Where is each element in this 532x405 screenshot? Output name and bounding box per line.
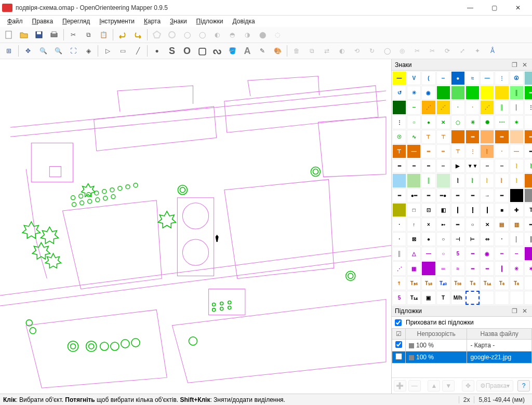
fill-swap-button[interactable]: ◐	[335, 44, 349, 58]
menu-Довідка[interactable]: Довідка	[229, 17, 259, 26]
symbol-swatch[interactable]: ⫯	[392, 276, 406, 290]
symbol-swatch[interactable]: ⋰	[480, 100, 494, 114]
symbol-swatch[interactable]: ┉	[495, 247, 509, 261]
symbol-swatch[interactable]: ○	[436, 247, 450, 261]
paste-button[interactable]: 📋	[97, 28, 110, 42]
symbol-swatch[interactable]	[495, 86, 509, 100]
symbol-swatch[interactable]: ┉	[407, 159, 421, 173]
symbol-swatch[interactable]: ━●	[436, 188, 450, 203]
symbol-swatch[interactable]: ✺	[480, 115, 494, 129]
symbol-swatch[interactable]: ·	[495, 232, 509, 246]
symbol-swatch[interactable]: ⋮	[495, 71, 509, 85]
symbol-swatch[interactable]: ○	[466, 218, 480, 232]
symbol-swatch[interactable]: ━	[421, 188, 435, 203]
symbol-swatch[interactable]	[524, 173, 532, 187]
intersect-button[interactable]: ⬤	[256, 28, 269, 42]
symbol-swatch[interactable]: ━	[524, 144, 532, 158]
draw-freehand-tool[interactable]: ᔓ	[210, 44, 224, 58]
symbol-swatch[interactable]: ━	[524, 218, 532, 232]
symbol-swatch[interactable]: ✳	[510, 261, 524, 275]
symbol-swatch[interactable]: ▥	[510, 218, 524, 232]
symbol-swatch[interactable]: ↺	[392, 86, 406, 100]
grid-button[interactable]: ⊞	[2, 44, 16, 58]
symbol-swatch[interactable]: ═	[436, 261, 450, 275]
cut-hole-button[interactable]: ◎	[395, 44, 409, 58]
symbol-swatch[interactable]: ┄	[495, 159, 509, 173]
symbol-swatch[interactable]: ⇔	[480, 232, 494, 246]
symbol-swatch[interactable]: ⋰	[421, 100, 435, 114]
templates-close-button[interactable]: ✕	[521, 307, 529, 315]
symbol-swatch[interactable]: ┄	[436, 159, 450, 173]
copy-button[interactable]: ⧉	[82, 28, 95, 42]
symbol-swatch[interactable]: ⦚	[451, 173, 465, 187]
symbol-swatch[interactable]: —	[407, 144, 421, 158]
symbol-swatch[interactable]: ✳	[466, 115, 480, 129]
zoom-out-button[interactable]: 🔍	[51, 44, 65, 58]
boolean-button[interactable]: ◓	[225, 28, 239, 42]
symbol-swatch[interactable]: ✶	[510, 115, 524, 129]
symbol-swatch[interactable]: T₈	[495, 276, 509, 290]
hide-all-templates-checkbox[interactable]	[395, 319, 402, 326]
zoom-fit-button[interactable]: ⛶	[66, 44, 80, 58]
window-maximize-button[interactable]: ▢	[482, 0, 506, 16]
symbol-swatch[interactable]: ◉	[421, 86, 435, 100]
scale-button[interactable]: ⤢	[456, 44, 469, 58]
symbol-swatch[interactable]: ⦿	[510, 71, 524, 85]
template-visible-checkbox[interactable]	[395, 353, 402, 360]
symbol-swatch[interactable]: T₁₄	[407, 291, 421, 305]
symbol-swatch[interactable]: ⦚	[495, 173, 509, 187]
symbol-swatch[interactable]: T₁₄	[480, 276, 494, 290]
symbol-swatch[interactable]: —	[510, 144, 524, 158]
symbol-swatch[interactable]: ●	[421, 232, 435, 246]
symbol-swatch[interactable]: ⦚	[466, 173, 480, 187]
status-zoom[interactable]: 2x	[459, 396, 474, 403]
unify-button[interactable]: ◯	[380, 44, 394, 58]
symbol-swatch[interactable]: ↑	[407, 218, 421, 232]
paint-tool[interactable]: 🎨	[271, 44, 284, 58]
templates-undock-button[interactable]: ❐	[510, 307, 518, 315]
symbol-swatch[interactable]: T	[436, 291, 450, 305]
symbol-swatch[interactable]: ·	[451, 100, 465, 114]
symbol-swatch[interactable]	[524, 115, 532, 129]
symbol-swatch[interactable]: T	[524, 203, 532, 217]
redo-button[interactable]	[131, 28, 144, 42]
symbol-swatch[interactable]: ∿	[407, 130, 421, 144]
window-minimize-button[interactable]: —	[458, 0, 482, 16]
symbol-swatch[interactable]	[421, 261, 435, 275]
symbol-swatch[interactable]: ⦚	[480, 173, 494, 187]
move-down-button[interactable]: ▼	[442, 380, 455, 392]
symbol-swatch[interactable]: ×	[421, 218, 435, 232]
georef-button[interactable]: ✥	[462, 380, 474, 392]
symbol-swatch[interactable]: ▶	[451, 159, 465, 173]
subtract-button[interactable]: ◌	[271, 28, 284, 42]
symbol-swatch[interactable]: ·	[495, 144, 509, 158]
menu-Правка[interactable]: Правка	[28, 17, 58, 26]
symbol-swatch[interactable]: T₄₀	[436, 276, 450, 290]
text-tool[interactable]: A	[241, 44, 254, 58]
symbol-swatch[interactable]: ┉	[436, 144, 450, 158]
help-button[interactable]: ?	[517, 380, 530, 392]
symbol-swatch[interactable]: ◌	[451, 115, 465, 129]
symbol-swatch[interactable]: ⋰	[392, 261, 406, 275]
menu-Файл[interactable]: Файл	[3, 17, 27, 26]
symbol-swatch[interactable]	[451, 86, 465, 100]
shape-pentagon-button[interactable]	[150, 28, 164, 42]
symbol-swatch[interactable]	[524, 188, 532, 203]
template-row[interactable]: 100 %- Карта -	[392, 340, 532, 352]
symbol-swatch[interactable]: ━	[466, 188, 480, 203]
draw-point-tool[interactable]: ●	[150, 44, 164, 58]
symbol-swatch[interactable]: ━	[421, 144, 435, 158]
remove-template-button[interactable]: —	[408, 380, 421, 392]
symbol-swatch[interactable]	[436, 86, 450, 100]
symbol-swatch[interactable]: ━	[466, 130, 480, 144]
symbol-swatch[interactable]	[524, 276, 532, 290]
delete-button[interactable]: 🗑	[290, 44, 303, 58]
rotate-button[interactable]: ↻	[365, 44, 379, 58]
pan-button[interactable]: ✥	[21, 44, 35, 58]
templates-toggle-button[interactable]: ◈	[82, 44, 95, 58]
symbol-swatch[interactable]: ━	[524, 130, 532, 144]
symbol-swatch[interactable]: 5	[392, 291, 406, 305]
symbol-swatch[interactable]: ⊢	[466, 232, 480, 246]
symbol-swatch[interactable]	[466, 86, 480, 100]
symbol-swatch[interactable]: ⊣	[451, 232, 465, 246]
